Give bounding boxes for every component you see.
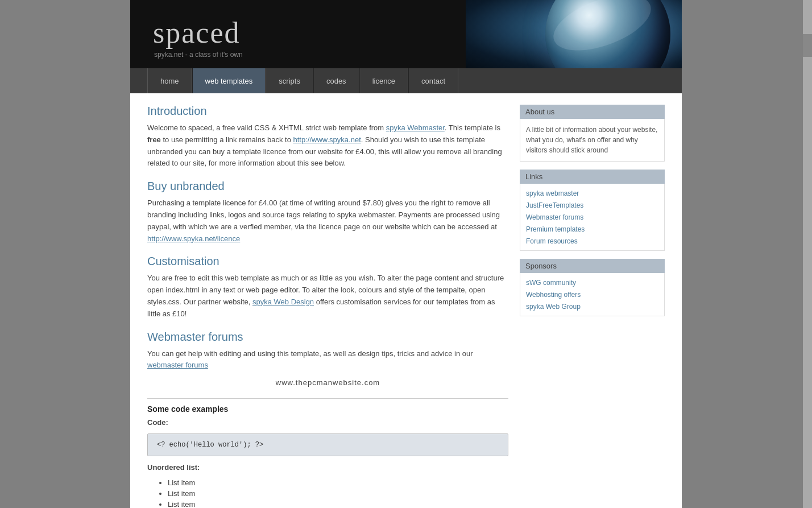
link-item[interactable]: Forum resources (526, 235, 658, 247)
unordered-list-label: Unordered list: (147, 462, 508, 474)
sponsors-list: sWG community Webhosting offers spyka We… (520, 273, 665, 316)
main-navigation: home web templates scripts codes licence… (130, 68, 682, 93)
unordered-list: List item List item List item (168, 478, 508, 508)
link-item[interactable]: Webmaster forums (526, 211, 658, 223)
link-webmaster-forums[interactable]: Webmaster forums (526, 213, 583, 221)
licence-link[interactable]: http://www.spyka.net/licence (147, 234, 240, 243)
sponsor-webhosting[interactable]: Webhosting offers (526, 291, 581, 299)
scrollbar-thumb[interactable] (803, 34, 812, 57)
main-content: Introduction Welcome to spaced, a free v… (147, 105, 508, 508)
sidebar-sponsors: Sponsors sWG community Webhosting offers… (520, 259, 665, 316)
introduction-text: Welcome to spaced, a free valid CSS & XH… (147, 122, 508, 170)
sponsor-spyka-web-group[interactable]: spyka Web Group (526, 303, 581, 311)
buy-unbranded-heading: Buy unbranded (147, 180, 508, 193)
site-header: spaced spyka.net - a class of it's own (130, 0, 682, 68)
spyka-webmaster-link[interactable]: spyka Webmaster (386, 123, 445, 132)
about-heading: About us (520, 105, 665, 119)
nav-item-contact[interactable]: contact (408, 68, 458, 93)
list-item: List item (168, 478, 508, 487)
nav-item-home[interactable]: home (147, 68, 192, 93)
sidebar: About us A little bit of information abo… (520, 105, 665, 508)
link-item[interactable]: Premium templates (526, 223, 658, 235)
nav-item-codes[interactable]: codes (313, 68, 359, 93)
webmaster-forums-heading: Webmaster forums (147, 331, 508, 344)
sidebar-links: Links spyka webmaster JustFreeTemplates … (520, 170, 665, 251)
watermark: www.thepcmanwebsite.com (147, 377, 508, 389)
webmaster-forums-text: You can get help with editing and using … (147, 348, 508, 372)
link-spyka-webmaster[interactable]: spyka webmaster (526, 189, 579, 197)
customisation-text: You are free to edit this web template a… (147, 272, 508, 320)
sponsors-heading: Sponsors (520, 259, 665, 273)
links-list: spyka webmaster JustFreeTemplates Webmas… (520, 184, 665, 251)
about-text: A little bit of information about your w… (526, 125, 658, 155)
list-item: List item (168, 489, 508, 498)
customisation-heading: Customisation (147, 255, 508, 268)
nav-item-licence[interactable]: licence (359, 68, 408, 93)
code-section-heading: Some code examples (147, 398, 508, 414)
sidebar-about: About us A little bit of information abo… (520, 105, 665, 162)
webmaster-forums-link[interactable]: webmaster forums (147, 361, 208, 369)
link-forum-resources[interactable]: Forum resources (526, 237, 578, 245)
scrollbar[interactable] (803, 0, 812, 508)
links-heading: Links (520, 170, 665, 184)
link-item[interactable]: JustFreeTemplates (526, 199, 658, 211)
nav-link-contact[interactable]: contact (408, 68, 458, 93)
content-wrapper: Introduction Welcome to spaced, a free v… (130, 93, 682, 508)
nav-item-web-templates[interactable]: web templates (192, 68, 266, 93)
sponsor-item[interactable]: sWG community (526, 276, 658, 288)
sponsor-item[interactable]: spyka Web Group (526, 300, 658, 312)
buy-unbranded-text: Purchasing a template licence for £4.00 … (147, 197, 508, 245)
introduction-heading: Introduction (147, 105, 508, 118)
spyka-net-link[interactable]: http://www.spyka.net (293, 135, 361, 144)
nav-link-home[interactable]: home (147, 68, 192, 93)
nav-item-scripts[interactable]: scripts (266, 68, 313, 93)
earth-graphic (466, 0, 682, 68)
link-item[interactable]: spyka webmaster (526, 187, 658, 199)
nav-link-scripts[interactable]: scripts (266, 68, 313, 93)
sponsor-item[interactable]: Webhosting offers (526, 288, 658, 300)
nav-link-web-templates[interactable]: web templates (192, 68, 266, 93)
nav-link-licence[interactable]: licence (359, 68, 408, 93)
about-content: A little bit of information about your w… (520, 119, 665, 162)
code-label: Code: (147, 417, 508, 429)
list-item: List item (168, 500, 508, 508)
nav-link-codes[interactable]: codes (313, 68, 359, 93)
code-example: <? echo('Hello world'); ?> (147, 433, 508, 456)
link-justfreetemplates[interactable]: JustFreeTemplates (526, 201, 583, 209)
spyka-web-design-link[interactable]: spyka Web Design (252, 298, 314, 306)
sponsor-swg-community[interactable]: sWG community (526, 279, 576, 287)
link-premium-templates[interactable]: Premium templates (526, 225, 585, 233)
